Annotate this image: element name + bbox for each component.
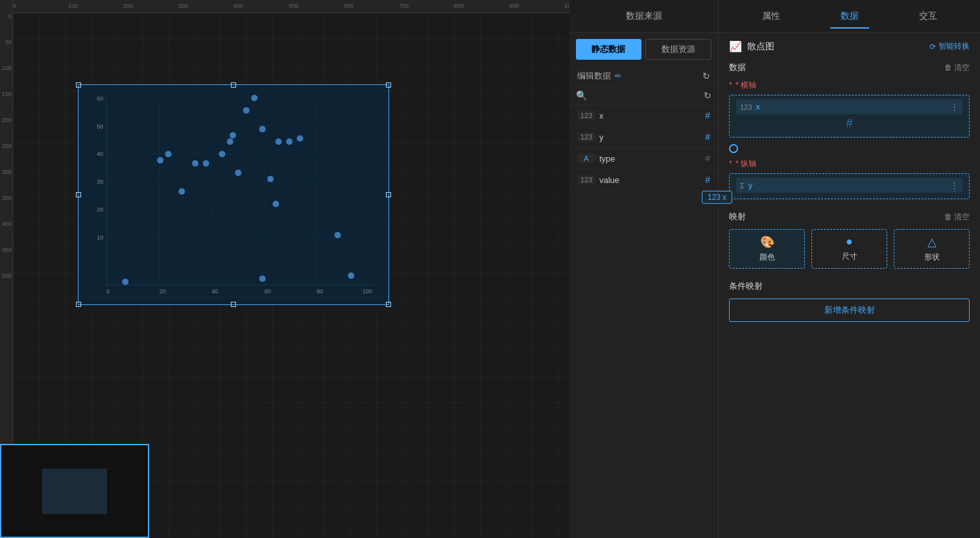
drag-label: x <box>723 193 726 202</box>
x-axis-field-box[interactable]: 123 x ⋮ # <box>729 95 970 138</box>
axis-connector-icon <box>729 144 738 153</box>
svg-point-23 <box>122 278 128 285</box>
mapping-section-header: 映射 🗑 清空 <box>729 211 970 223</box>
tab-properties[interactable]: 属性 <box>752 4 791 29</box>
data-type-btns: 静态数据 数据资源 <box>576 39 711 60</box>
handle-tl[interactable] <box>76 82 81 88</box>
ruler-vmark-0: 0 <box>8 13 12 19</box>
field-type-x: 123 <box>577 111 595 120</box>
svg-point-39 <box>286 138 293 145</box>
smart-convert-btn[interactable]: ⟳ 智能转换 <box>929 41 970 52</box>
condition-mapping-section: 条件映射 新增条件映射 <box>729 280 970 322</box>
svg-point-35 <box>259 126 266 132</box>
size-icon: ● <box>846 235 853 249</box>
y-axis-field-left: Σ y <box>740 180 752 190</box>
field-left-value: 123 value <box>577 175 619 185</box>
btn-static-data[interactable]: 静态数据 <box>576 39 641 60</box>
svg-point-34 <box>251 95 257 101</box>
ruler-mark-8: 800 <box>454 3 464 9</box>
svg-text:100: 100 <box>363 288 372 295</box>
btn-data-resource[interactable]: 数据资源 <box>645 39 712 60</box>
tab-datasource[interactable]: 数据来源 <box>613 4 675 29</box>
search-refresh-icon[interactable]: ↻ <box>704 90 711 101</box>
svg-text:80: 80 <box>317 288 323 295</box>
field-left-y: 123 y <box>577 132 604 142</box>
svg-point-42 <box>335 232 341 238</box>
svg-text:40: 40 <box>211 288 218 295</box>
y-field-name: y <box>748 180 753 190</box>
ruler-vmark-7: 350 <box>2 195 12 201</box>
handle-tm[interactable] <box>231 82 236 88</box>
ruler-top: 0 100 200 300 400 500 600 700 800 900 10… <box>0 0 569 13</box>
svg-point-41 <box>259 276 266 282</box>
svg-point-40 <box>297 135 304 141</box>
search-input[interactable] <box>591 91 700 101</box>
minimap-inner <box>42 469 107 514</box>
canvas-area: 0 100 200 300 400 500 600 700 800 900 10… <box>0 0 569 538</box>
handle-bm[interactable] <box>231 302 236 307</box>
ruler-vmark-8: 400 <box>2 221 12 227</box>
tab-data[interactable]: 数据 <box>830 4 869 29</box>
ruler-vmark-5: 250 <box>2 143 12 149</box>
field-hash-y: # <box>705 132 710 142</box>
mapping-clear-btn[interactable]: 🗑 清空 <box>944 212 970 223</box>
x-field-prefix: 123 <box>740 103 752 111</box>
handle-mr[interactable] <box>386 192 391 197</box>
field-name-x: x <box>599 111 604 121</box>
svg-point-32 <box>235 169 241 176</box>
ruler-vmark-2: 100 <box>2 65 12 71</box>
x-axis-more-btn[interactable]: ⋮ <box>950 102 959 112</box>
ruler-vmark-9: 450 <box>2 247 12 253</box>
mapping-shape-btn[interactable]: △ 形状 <box>894 229 970 269</box>
smart-icon: ⟳ <box>929 42 936 51</box>
tab-interaction[interactable]: 交互 <box>909 4 948 29</box>
edit-icon[interactable]: ✏ <box>615 71 621 80</box>
svg-text:40: 40 <box>97 151 103 157</box>
handle-bl[interactable] <box>76 302 81 307</box>
svg-point-25 <box>165 151 172 157</box>
mapping-color-btn[interactable]: 🎨 颜色 <box>729 229 805 269</box>
chart-title-row: 📈 散点图 ⟳ 智能转换 <box>729 40 970 53</box>
ruler-vmark-3: 150 <box>2 91 12 97</box>
search-row: 🔍 ↻ <box>569 86 718 105</box>
field-item-value[interactable]: 123 value # <box>569 169 718 191</box>
field-item-x[interactable]: 123 x # <box>569 105 718 127</box>
ruler-mark-3: 300 <box>178 3 188 9</box>
y-axis-label: * * 纵轴 <box>729 158 970 169</box>
svg-point-28 <box>203 160 209 167</box>
drag-field-indicator: 123 x <box>702 191 732 204</box>
add-condition-btn[interactable]: 新增条件映射 <box>729 299 970 322</box>
field-item-y[interactable]: 123 y # <box>569 127 718 148</box>
chart-container[interactable]: 60 50 40 30 20 10 0 20 40 60 80 100 <box>78 84 389 305</box>
svg-point-24 <box>157 157 163 164</box>
y-axis-field-box[interactable]: Σ y ⋮ <box>729 173 970 199</box>
mapping-size-btn[interactable]: ● 尺寸 <box>811 229 887 269</box>
handle-tr[interactable] <box>386 82 391 88</box>
field-item-type[interactable]: A type # <box>569 148 718 169</box>
mapping-btns: 🎨 颜色 ● 尺寸 △ 形状 <box>729 229 970 269</box>
field-hash-type: # <box>705 153 710 164</box>
y-required-star: * <box>729 159 732 168</box>
data-clear-btn[interactable]: 🗑 清空 <box>944 62 970 73</box>
svg-text:0: 0 <box>106 288 110 295</box>
x-drop-zone[interactable]: # <box>736 114 962 133</box>
ruler-mark-0: 0 <box>13 3 16 9</box>
shape-label: 形状 <box>924 252 940 263</box>
right-subtabs: 属性 数据 交互 <box>719 0 980 32</box>
field-name-value: value <box>599 175 619 185</box>
size-label: 尺寸 <box>842 251 857 262</box>
handle-ml[interactable] <box>76 192 81 197</box>
svg-point-27 <box>192 160 198 167</box>
refresh-icon[interactable]: ↻ <box>702 71 710 81</box>
y-axis-section: * * 纵轴 Σ y ⋮ <box>729 158 970 199</box>
y-axis-more-btn[interactable]: ⋮ <box>950 180 959 190</box>
chart-title: 散点图 <box>747 41 774 53</box>
data-section-header: 数据 🗑 清空 <box>729 62 970 73</box>
handle-br[interactable] <box>386 302 391 307</box>
condition-title: 条件映射 <box>729 280 763 292</box>
minimap <box>0 444 149 538</box>
ruler-mark-4: 400 <box>233 3 243 9</box>
field-name-type: type <box>599 154 615 164</box>
field-hash-x: # <box>705 110 710 121</box>
y-field-prefix: Σ <box>740 182 745 190</box>
